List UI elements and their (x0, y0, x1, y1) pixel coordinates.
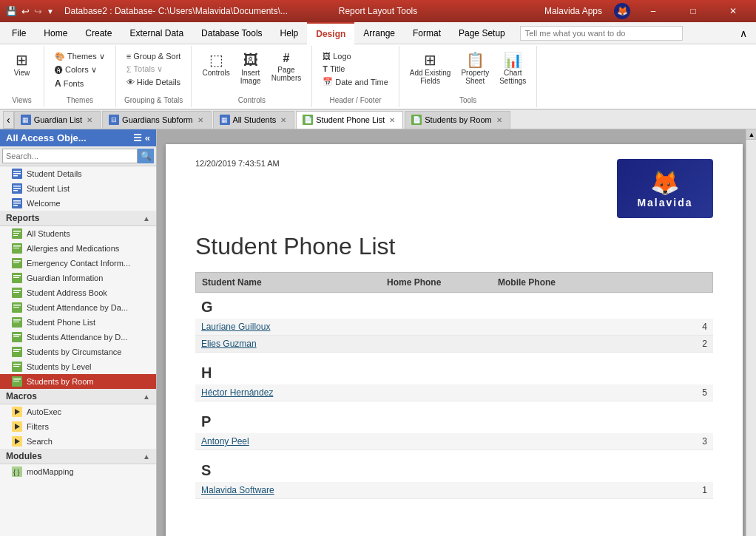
sidebar-item-students-by-room[interactable]: Students by Room (0, 374, 156, 389)
student-link-malavida[interactable]: Malavida Software (201, 485, 274, 495)
sidebar-search-input[interactable] (2, 149, 138, 163)
tab-arrange[interactable]: Arrange (354, 22, 404, 44)
fonts-button[interactable]: A Fonts (50, 77, 109, 90)
svg-rect-35 (13, 334, 21, 336)
page-numbers-button[interactable]: # PageNumbers (267, 50, 306, 84)
student-link-elies[interactable]: Elies Guzman (201, 339, 257, 349)
sidebar-item-all-students[interactable]: All Students (0, 226, 156, 241)
quick-access-redo[interactable]: ↪ (34, 6, 42, 17)
title-button[interactable]: T Title (318, 63, 393, 75)
sidebar-item-search-macro[interactable]: Search (0, 434, 156, 449)
title-button-icon: T (323, 64, 328, 73)
sidebar-item-student-phone[interactable]: Student Phone List (0, 315, 156, 330)
sidebar-collapse-icon[interactable]: « (145, 132, 150, 143)
sidebar-item-student-details[interactable]: Student Details (0, 166, 156, 181)
student-phone-list-close[interactable]: ✕ (388, 115, 396, 125)
title-bar-left: 💾 ↩ ↪ ▼ Database2 : Database- C:\Users\M… (6, 6, 544, 17)
tab-database-tools[interactable]: Database Tools (192, 22, 271, 44)
hide-details-button[interactable]: 👁 Hide Details (122, 76, 186, 88)
quick-access-undo[interactable]: ↩ (21, 6, 30, 17)
date-time-button[interactable]: 📅 Date and Time (318, 75, 393, 88)
table-row: Héctor Hernández 5 (195, 384, 713, 401)
themes-button[interactable]: 🎨 Themes ∨ (50, 50, 109, 63)
guardians-subform-icon: ⊟ (109, 115, 119, 125)
quick-access-more[interactable]: ▼ (47, 7, 54, 16)
tab-all-students[interactable]: ▦ All Students ✕ (213, 111, 295, 129)
ribbon-search-input[interactable] (520, 26, 683, 41)
sidebar-item-allergies[interactable]: Allergies and Medications (0, 241, 156, 256)
sidebar-item-students-attendance[interactable]: Students Attendance by D... (0, 330, 156, 345)
student-link-antony[interactable]: Antony Peel (201, 436, 249, 447)
macros-section-header[interactable]: Macros ▲ (0, 389, 156, 404)
students-by-room-close[interactable]: ✕ (495, 115, 504, 125)
sidebar-section-reports: Reports ▲ All Students (0, 211, 156, 389)
tab-page-setup[interactable]: Page Setup (450, 22, 514, 44)
svg-rect-11 (13, 205, 18, 206)
totals-button[interactable]: Σ Totals ∨ (122, 63, 186, 75)
modules-section-header[interactable]: Modules ▲ (0, 449, 156, 464)
guardians-subform-close[interactable]: ✕ (196, 115, 205, 125)
allergies-icon (12, 243, 22, 254)
colors-button[interactable]: 🅐 Colors ∨ (50, 64, 109, 76)
ribbon-group-header-footer: 🖼 Logo T Title 📅 Date and Time Header / … (312, 46, 399, 107)
maximize-button[interactable]: □ (676, 0, 710, 22)
minimize-button[interactable]: – (636, 0, 670, 22)
svg-rect-5 (13, 186, 21, 187)
ribbon-tab-row: File Home Create External Data Database … (0, 22, 756, 44)
tab-design[interactable]: Design (307, 22, 354, 44)
tab-students-by-room[interactable]: 📄 Students by Room ✕ (405, 111, 510, 129)
student-name: Elies Guzman (201, 339, 386, 349)
sidebar-search-button[interactable]: 🔍 (138, 149, 154, 163)
sidebar-item-student-attendance[interactable]: Student Attendance by Da... (0, 300, 156, 315)
tab-student-phone-list[interactable]: 📄 Student Phone List ✕ (296, 111, 403, 129)
sidebar-item-welcome[interactable]: Welcome (0, 196, 156, 211)
sidebar-item-guardian-info[interactable]: Guardian Information (0, 271, 156, 285)
svg-rect-13 (13, 231, 21, 232)
reports-section-header[interactable]: Reports ▲ (0, 211, 156, 226)
tab-file[interactable]: File (3, 22, 35, 44)
property-sheet-button[interactable]: 📋 PropertySheet (456, 50, 493, 87)
ribbon-collapse-button[interactable]: ∧ (734, 24, 753, 42)
student-link-hector[interactable]: Héctor Hernández (201, 387, 273, 398)
sidebar-item-students-by-level[interactable]: Students by Level (0, 359, 156, 374)
sidebar-item-modmapping[interactable]: { } modMapping (0, 464, 156, 479)
title-bar: 💾 ↩ ↪ ▼ Database2 : Database- C:\Users\M… (0, 0, 756, 22)
insert-image-button[interactable]: 🖼 InsertImage (236, 50, 266, 87)
logo-button[interactable]: 🖼 Logo (318, 50, 393, 62)
tab-home[interactable]: Home (35, 22, 76, 44)
tab-guardians-subform[interactable]: ⊟ Guardians Subform ✕ (102, 111, 211, 129)
student-link-lauriane[interactable]: Lauriane Guilloux (201, 322, 270, 332)
logo-text: Malavida (637, 197, 692, 208)
group-sort-button[interactable]: ≡ Group & Sort (122, 50, 186, 62)
sidebar-section-modules: Modules ▲ { } modMapping (0, 449, 156, 479)
svg-rect-21 (13, 262, 19, 263)
sidebar-menu-icon[interactable]: ☰ (133, 132, 142, 143)
sidebar-item-student-list[interactable]: Student List (0, 181, 156, 196)
controls-button[interactable]: ⬚ Controls (198, 50, 234, 79)
tab-format[interactable]: Format (404, 22, 450, 44)
sidebar-item-autoexec[interactable]: AutoExec (0, 404, 156, 419)
svg-rect-42 (13, 366, 19, 367)
sidebar-item-filters[interactable]: Filters (0, 419, 156, 434)
sidebar-item-student-address[interactable]: Student Address Book (0, 285, 156, 300)
chart-settings-icon: 📊 (504, 52, 522, 67)
svg-rect-17 (13, 245, 21, 247)
add-existing-fields-button[interactable]: ⊞ Add ExistingFields (405, 50, 456, 87)
close-button[interactable]: ✕ (716, 0, 750, 22)
guardian-list-close[interactable]: ✕ (85, 115, 94, 125)
themes-icon: 🎨 (55, 52, 65, 61)
tab-help[interactable]: Help (271, 22, 308, 44)
scroll-up-button[interactable]: ▲ (746, 129, 756, 140)
tab-external-data[interactable]: External Data (121, 22, 192, 44)
tab-nav-left[interactable]: ‹ (3, 111, 14, 129)
sidebar-item-students-circumstance[interactable]: Students by Circumstance (0, 345, 156, 359)
chart-settings-button[interactable]: 📊 ChartSettings (495, 50, 530, 87)
svg-rect-3 (13, 175, 18, 177)
sidebar-item-emergency-contact[interactable]: Emergency Contact Inform... (0, 256, 156, 271)
view-button[interactable]: ⊞ View (7, 50, 37, 79)
row-num: 4 (608, 322, 707, 332)
tab-create[interactable]: Create (76, 22, 121, 44)
svg-rect-24 (13, 277, 19, 278)
all-students-close[interactable]: ✕ (279, 115, 288, 125)
tab-guardian-list[interactable]: ▦ Guardian List ✕ (14, 111, 101, 129)
